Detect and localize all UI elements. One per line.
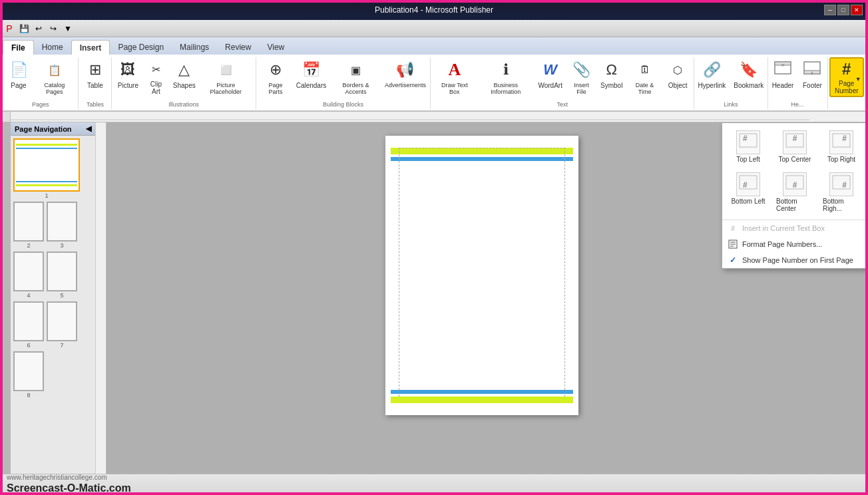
undo-button-qa[interactable]: ↩ bbox=[32, 22, 45, 35]
shapes-button[interactable]: △ Shapes bbox=[170, 57, 198, 97]
business-information-icon: ℹ bbox=[495, 59, 517, 81]
ribbon-tabs: File Home Insert Page Design Mailings Re… bbox=[0, 37, 868, 55]
page-thumb-num-7: 7 bbox=[60, 342, 63, 349]
ribbon: 📄 Page 📋 Catalog Pages Pages ⊞ Table Tab… bbox=[0, 55, 868, 112]
page-thumb-2[interactable]: 2 bbox=[13, 202, 44, 249]
page-thumb-img-8 bbox=[13, 351, 44, 391]
ribbon-group-text: A Draw Text Box ℹ Business Information W… bbox=[431, 57, 694, 109]
thumb-blue-top-1 bbox=[16, 148, 77, 149]
page-thumb-8[interactable]: 8 bbox=[13, 351, 44, 399]
ribbon-group-building-blocks: ⊕ Page Parts 📅 Calendars ▣ Borders & Acc… bbox=[256, 57, 431, 109]
symbol-icon: Ω bbox=[601, 59, 622, 81]
page-thumb-4[interactable]: 4 bbox=[13, 251, 44, 299]
insert-file-button[interactable]: 📎 Insert File bbox=[566, 57, 596, 97]
page-nav-collapse[interactable]: ◀ bbox=[86, 124, 91, 133]
restore-button[interactable]: □ bbox=[837, 5, 849, 15]
page-number-button[interactable]: # PageNumber ▼ bbox=[829, 57, 864, 97]
catalog-pages-button[interactable]: 📋 Catalog Pages bbox=[33, 57, 75, 97]
dropdown-bottom-right[interactable]: # Bottom Righ... bbox=[819, 169, 863, 216]
svg-rect-22 bbox=[833, 176, 850, 189]
svg-text:F: F bbox=[811, 71, 813, 75]
thumb-yellow-bottom-1 bbox=[16, 184, 77, 186]
table-button[interactable]: ⊞ Table bbox=[81, 57, 109, 97]
thumb-blue-bottom-1 bbox=[16, 181, 77, 182]
advertisements-icon: 📢 bbox=[395, 59, 416, 81]
page-thumb-1[interactable]: 1 bbox=[13, 138, 80, 199]
page-thumb-num-5: 5 bbox=[60, 292, 63, 299]
save-button-qa[interactable]: 💾 bbox=[17, 22, 31, 35]
building-blocks-group-label: Building Blocks bbox=[256, 101, 431, 108]
page-thumb-row-5: 8 bbox=[13, 351, 93, 399]
page-thumb-img-2 bbox=[13, 202, 44, 242]
calendars-icon: 📅 bbox=[300, 59, 322, 81]
page-number-group-content: # PageNumber ▼ bbox=[829, 57, 864, 109]
dropdown-show-page-number-first[interactable]: ✓ Show Page Number on First Page bbox=[722, 252, 867, 268]
bottom-right-label: Bottom Righ... bbox=[823, 198, 860, 212]
page-thumb-img-7 bbox=[47, 301, 77, 341]
dropdown-top-left[interactable]: # Top Left bbox=[726, 127, 770, 166]
tab-review[interactable]: Review bbox=[217, 40, 259, 55]
svg-text:#: # bbox=[793, 134, 797, 143]
title-bar: Publication4 - Microsoft Publisher ─ □ ✕ bbox=[0, 0, 868, 20]
dropdown-bottom-left[interactable]: # Bottom Left bbox=[726, 169, 770, 216]
page-blue-bottom bbox=[391, 390, 573, 394]
clip-art-button[interactable]: ✂ Clip Art bbox=[142, 57, 169, 97]
hyperlink-button[interactable]: 🔗 Hyperlink bbox=[695, 57, 730, 97]
format-numbers-icon bbox=[728, 239, 738, 249]
page-dashed-border bbox=[399, 148, 565, 403]
bookmark-button[interactable]: 🔖 Bookmark bbox=[730, 57, 767, 97]
business-information-button[interactable]: ℹ Business Information bbox=[477, 57, 535, 97]
tab-insert[interactable]: Insert bbox=[71, 40, 110, 55]
format-numbers-label: Format Page Numbers... bbox=[742, 240, 822, 248]
page-thumb-6[interactable]: 6 bbox=[13, 301, 44, 349]
page-number-icon: # bbox=[836, 60, 857, 79]
vertical-ruler bbox=[96, 122, 107, 474]
page-yellow-bottom bbox=[391, 397, 573, 403]
insert-textbox-label: Insert in Current Text Box bbox=[742, 224, 825, 232]
picture-placeholder-button[interactable]: ⬜ Picture Placeholder bbox=[199, 57, 253, 97]
picture-button[interactable]: 🖼 Picture bbox=[114, 57, 141, 97]
date-time-icon: 🗓 bbox=[634, 59, 656, 81]
tab-mailings[interactable]: Mailings bbox=[172, 40, 217, 55]
top-center-icon: # bbox=[783, 130, 807, 154]
dropdown-format-page-numbers[interactable]: Format Page Numbers... bbox=[722, 236, 867, 252]
borders-accents-icon: ▣ bbox=[345, 59, 366, 81]
page-thumb-num-1: 1 bbox=[45, 192, 48, 199]
wordart-button[interactable]: W WordArt bbox=[536, 57, 564, 97]
page-nav-title: Page Navigation bbox=[15, 125, 72, 133]
tab-page-design[interactable]: Page Design bbox=[110, 40, 172, 55]
page-navigation-panel: Page Navigation ◀ 1 bbox=[11, 122, 96, 474]
footer-icon: F bbox=[801, 59, 823, 81]
page-thumb-3[interactable]: 3 bbox=[47, 202, 77, 249]
minimize-button[interactable]: ─ bbox=[824, 5, 836, 15]
bottom-left-icon: # bbox=[736, 172, 760, 196]
tab-view[interactable]: View bbox=[259, 40, 292, 55]
footer-button[interactable]: F Footer bbox=[798, 57, 826, 97]
tab-file[interactable]: File bbox=[3, 40, 34, 55]
advertisements-button[interactable]: 📢 Advertisements bbox=[383, 57, 427, 97]
dropdown-top-right[interactable]: # Top Right bbox=[819, 127, 863, 166]
page-button[interactable]: 📄 Page bbox=[5, 57, 32, 97]
symbol-button[interactable]: Ω Symbol bbox=[598, 57, 624, 97]
dropdown-top-center[interactable]: # Top Center bbox=[773, 127, 817, 166]
page-parts-button[interactable]: ⊕ Page Parts bbox=[259, 57, 293, 97]
svg-text:#: # bbox=[842, 134, 847, 143]
redo-button-qa[interactable]: ↪ bbox=[47, 22, 60, 35]
page-thumb-7[interactable]: 7 bbox=[47, 301, 77, 349]
dropdown-bottom-center[interactable]: # Bottom Center bbox=[773, 169, 817, 216]
page-thumb-num-8: 8 bbox=[27, 392, 30, 399]
header-button[interactable]: H Header bbox=[769, 57, 797, 97]
close-button[interactable]: ✕ bbox=[851, 5, 863, 15]
object-button[interactable]: ⬡ Object bbox=[664, 57, 691, 97]
customize-qa-button[interactable]: ▼ bbox=[61, 22, 75, 35]
page-nav-content: 1 2 3 4 bbox=[11, 136, 95, 401]
tab-home[interactable]: Home bbox=[34, 40, 71, 55]
top-left-icon: # bbox=[736, 130, 760, 154]
borders-accents-button[interactable]: ▣ Borders & Accents bbox=[329, 57, 381, 97]
draw-text-box-button[interactable]: A Draw Text Box bbox=[433, 57, 475, 97]
page-thumb-5[interactable]: 5 bbox=[47, 251, 77, 299]
bottom-left-label: Bottom Left bbox=[731, 198, 765, 205]
dropdown-positions-section: # Top Left # Top Center bbox=[722, 123, 867, 220]
calendars-button[interactable]: 📅 Calendars bbox=[294, 57, 329, 97]
date-time-button[interactable]: 🗓 Date & Time bbox=[626, 57, 663, 97]
